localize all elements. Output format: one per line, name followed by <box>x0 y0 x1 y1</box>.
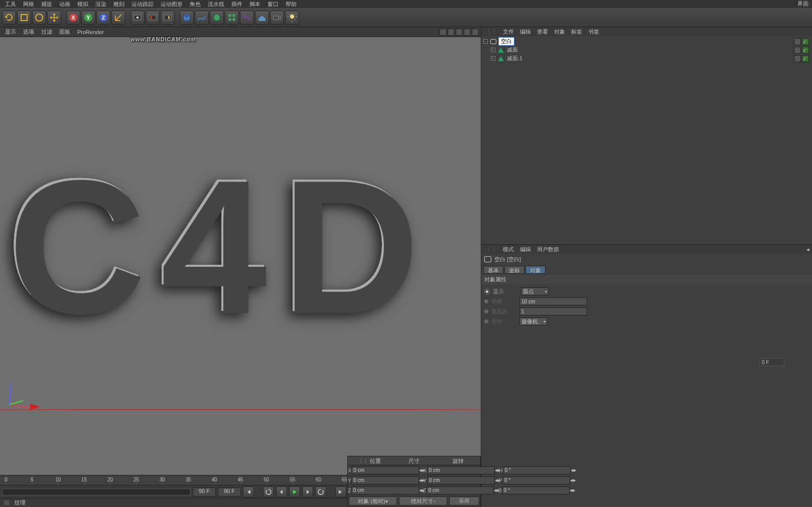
pos-y-field[interactable] <box>351 476 419 484</box>
pos-x-field[interactable] <box>351 466 419 474</box>
display-select[interactable]: 圆点▾ <box>521 287 549 295</box>
goto-end-button[interactable] <box>335 486 346 497</box>
enable-tag[interactable]: ✓ <box>802 38 809 45</box>
menu-item[interactable]: 渲染 <box>92 1 109 8</box>
play-button[interactable] <box>289 486 300 497</box>
tree-row[interactable]: +减面✓ <box>482 46 811 54</box>
drag-icon[interactable] <box>484 309 488 313</box>
floor-button[interactable] <box>255 11 269 25</box>
tree-row[interactable]: −空白✓ <box>482 37 811 46</box>
display-radio[interactable] <box>484 289 490 294</box>
camera-button[interactable] <box>270 11 284 25</box>
om-menu-item[interactable]: 文件 <box>500 28 516 36</box>
menu-item[interactable]: 脚本 <box>246 1 263 8</box>
menu-item[interactable]: 运动跟踪 <box>128 1 157 8</box>
visibility-tag[interactable] <box>794 47 801 54</box>
visibility-tag[interactable] <box>794 55 801 62</box>
attr-menu-item[interactable]: 编辑 <box>517 246 533 253</box>
vp-nav-icon[interactable] <box>440 29 447 36</box>
menu-item[interactable]: 帮助 <box>283 1 300 8</box>
vp-nav-icon[interactable] <box>472 29 479 36</box>
loop-button[interactable] <box>263 486 274 497</box>
menu-item[interactable]: 模拟 <box>74 1 91 8</box>
menu-item[interactable]: 运动图形 <box>158 1 186 8</box>
visibility-tag[interactable] <box>794 38 801 45</box>
vp-menu-item[interactable]: 过滤 <box>38 28 55 36</box>
select-tool[interactable] <box>32 11 46 25</box>
vp-nav-icon[interactable] <box>464 29 471 36</box>
drag-icon[interactable] <box>484 299 488 303</box>
size-y-field[interactable] <box>427 476 495 484</box>
redo-button[interactable] <box>17 11 31 25</box>
axis-z-button[interactable]: Z <box>96 11 110 25</box>
coord-mode-select[interactable]: 对象 (相对) ▾ <box>349 496 397 505</box>
step-fwd-button[interactable] <box>302 486 313 497</box>
size-x-field[interactable] <box>427 466 495 474</box>
attr-tab[interactable]: 基本 <box>483 266 503 274</box>
vp-nav-icon[interactable] <box>448 29 455 36</box>
om-menu-item[interactable]: 书签 <box>586 28 602 36</box>
attr-tab[interactable]: 对象 <box>525 266 546 274</box>
spline-button[interactable] <box>195 11 209 25</box>
menu-item[interactable]: 角色 <box>187 1 204 8</box>
tree-expand-icon[interactable]: + <box>491 56 495 61</box>
menu-item[interactable]: 网格 <box>20 1 37 8</box>
tree-item-label[interactable]: 减面 <box>506 46 519 54</box>
attr-tab[interactable]: 坐标 <box>504 266 524 274</box>
rot-p-field[interactable] <box>502 476 570 484</box>
bottom-tab-item[interactable]: 纹理 <box>15 499 26 506</box>
vp-menu-item[interactable]: ProRender <box>74 29 107 35</box>
vp-menu-item[interactable]: 显示 <box>2 28 19 36</box>
om-menu-item[interactable]: 对象 <box>552 28 568 36</box>
deformer-button[interactable] <box>240 11 254 25</box>
om-menu-item[interactable]: 编辑 <box>517 28 533 36</box>
menu-item[interactable]: 窗口 <box>264 1 282 8</box>
tree-item-label[interactable]: 空白 <box>498 37 514 46</box>
loop2-button[interactable] <box>315 486 326 497</box>
coord-size-select[interactable]: 绝对尺寸 ▾ <box>399 496 447 505</box>
ratio-field[interactable] <box>519 307 587 315</box>
goto-start-button[interactable] <box>243 486 254 497</box>
current-frame-field[interactable]: 90 F <box>193 487 216 496</box>
rot-h-field[interactable] <box>503 466 571 474</box>
pos-z-field[interactable] <box>351 486 419 494</box>
undo-button[interactable] <box>2 11 16 25</box>
attr-menu-item[interactable]: 模式 <box>500 246 516 253</box>
move-tool[interactable] <box>47 11 61 25</box>
enable-tag[interactable]: ✓ <box>802 55 809 62</box>
nurbs-button[interactable] <box>210 11 224 25</box>
menu-item[interactable]: 插件 <box>228 1 245 8</box>
max-frame-field[interactable]: 90 F <box>218 487 241 496</box>
viewport-3d[interactable]: C 4 D 网格间距 : 100 cm <box>0 37 481 475</box>
attr-nav-icon[interactable]: ◂ <box>804 246 810 253</box>
menu-item[interactable]: 捕捉 <box>38 1 55 8</box>
axis-x-button[interactable]: X <box>66 11 80 25</box>
render-view-button[interactable] <box>130 11 145 25</box>
tree-expand-icon[interactable]: + <box>491 48 495 52</box>
step-back-button[interactable] <box>276 486 287 497</box>
enable-tag[interactable]: ✓ <box>802 47 809 54</box>
menu-item[interactable]: 雕刻 <box>110 1 127 8</box>
radius-field[interactable] <box>519 297 587 305</box>
tree-item-label[interactable]: 减面.1 <box>506 55 523 62</box>
om-menu-item[interactable]: 查看 <box>534 28 551 36</box>
coord-apply-button[interactable]: 应用 <box>449 496 479 505</box>
bottom-tab-item[interactable]: 能 <box>4 499 10 506</box>
menu-item[interactable]: 工具 <box>2 1 19 8</box>
render-settings-button[interactable] <box>161 11 175 25</box>
menu-item[interactable]: 流水线 <box>205 1 227 8</box>
tree-row[interactable]: +减面.1✓ <box>482 54 811 63</box>
size-z-field[interactable] <box>426 486 494 494</box>
om-menu-item[interactable]: 标签 <box>569 28 585 36</box>
object-tree[interactable]: −空白✓+减面✓+减面.1✓ <box>481 36 812 244</box>
coord-sys-button[interactable] <box>111 11 125 25</box>
vp-nav-icon[interactable] <box>456 29 463 36</box>
axis-y-button[interactable]: Y <box>81 11 95 25</box>
rot-b-field[interactable] <box>502 486 570 494</box>
timeline-slider[interactable] <box>2 488 191 495</box>
light-button[interactable] <box>285 11 299 25</box>
attr-menu-item[interactable]: 用户数据 <box>534 246 562 253</box>
render-pv-button[interactable] <box>146 11 160 25</box>
orient-select[interactable]: 摄像机▾ <box>519 317 548 325</box>
drag-icon[interactable] <box>484 319 488 323</box>
